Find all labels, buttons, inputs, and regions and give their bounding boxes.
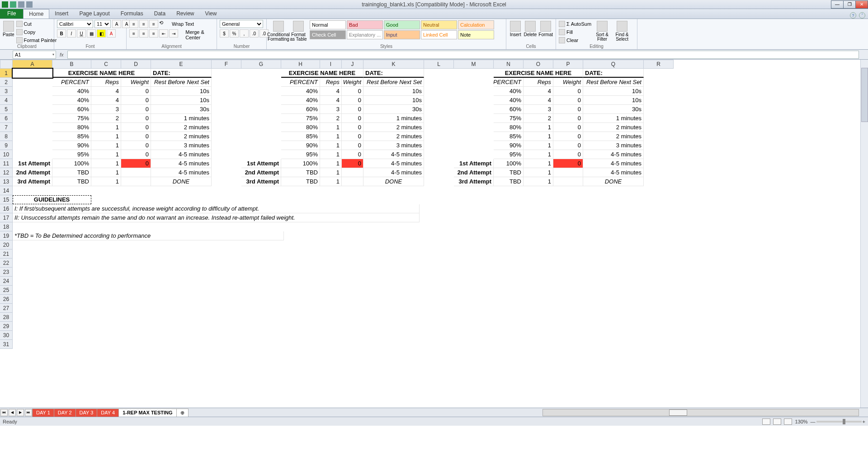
cell[interactable]: 1: [320, 123, 342, 132]
cell[interactable]: 2 minutes: [583, 123, 644, 132]
indent-inc[interactable]: ⇥: [169, 29, 178, 38]
cell[interactable]: 30s: [151, 105, 212, 114]
cell[interactable]: 1: [320, 159, 342, 168]
cell[interactable]: 1st Attempt: [454, 159, 494, 168]
cell[interactable]: II: Unsuccessful attempts remain the sam…: [13, 213, 420, 222]
style-check-cell[interactable]: Check Cell: [310, 30, 346, 39]
cell[interactable]: Weight: [342, 78, 363, 87]
column-header[interactable]: B: [52, 60, 91, 69]
cell[interactable]: DATE:: [363, 69, 424, 78]
cell[interactable]: 2nd Attempt: [13, 168, 52, 177]
cell[interactable]: [121, 168, 151, 177]
column-header[interactable]: L: [424, 60, 454, 69]
column-header[interactable]: O: [524, 60, 553, 69]
cell-styles-gallery[interactable]: NormalBadGoodNeutralCalculationCheck Cel…: [309, 20, 499, 40]
cell[interactable]: 80%: [281, 123, 320, 132]
cell[interactable]: 4-5 minutes: [151, 159, 212, 168]
conditional-formatting-button[interactable]: Conditional Formatting: [269, 20, 288, 42]
new-sheet-button[interactable]: ⊕: [176, 409, 189, 417]
cell[interactable]: Weight: [553, 78, 583, 87]
cell[interactable]: EXERCISE NAME HERE: [494, 69, 583, 78]
column-header[interactable]: M: [454, 60, 494, 69]
orientation-button[interactable]: ⟲: [159, 20, 163, 28]
cell[interactable]: *TBD = To Be Determined according to per…: [13, 231, 284, 240]
cell[interactable]: 0: [553, 114, 583, 123]
row-header[interactable]: 13: [0, 177, 13, 186]
font-size-select[interactable]: 11: [94, 20, 111, 28]
sheet-tab[interactable]: DAY 3: [75, 409, 98, 417]
tab-nav-first[interactable]: ⏮: [0, 409, 8, 416]
cell[interactable]: 2 minutes: [363, 132, 424, 141]
cell[interactable]: 85%: [281, 132, 320, 141]
cell[interactable]: 1: [91, 168, 121, 177]
row-header[interactable]: 26: [0, 295, 13, 304]
style-good[interactable]: Good: [384, 20, 420, 29]
cell[interactable]: 1: [91, 141, 121, 150]
close-button[interactable]: ✕: [855, 0, 868, 9]
cell[interactable]: 1st Attempt: [241, 159, 281, 168]
cell[interactable]: 4: [320, 96, 342, 105]
cell[interactable]: 1: [320, 177, 342, 186]
cell[interactable]: 0: [342, 96, 363, 105]
cell[interactable]: TBD: [52, 168, 91, 177]
help-icon[interactable]: ?: [850, 12, 856, 19]
autosum-button[interactable]: Σ AutoSum: [559, 20, 591, 28]
border-button[interactable]: ▦: [87, 29, 96, 38]
ribbon-tab-review[interactable]: Review: [171, 9, 199, 19]
row-header[interactable]: 23: [0, 268, 13, 277]
ribbon-min-icon[interactable]: ˄: [859, 12, 865, 19]
tab-nav-last[interactable]: ⏭: [25, 409, 32, 416]
sheet-tab[interactable]: DAY 2: [54, 409, 76, 417]
view-pagebreak[interactable]: [784, 418, 792, 425]
row-header[interactable]: 4: [0, 96, 13, 105]
cell[interactable]: TBD: [494, 168, 524, 177]
format-as-table-button[interactable]: Format as Table: [289, 20, 307, 42]
column-header[interactable]: H: [281, 60, 320, 69]
cell[interactable]: TBD: [281, 177, 320, 186]
style-calculation[interactable]: Calculation: [458, 20, 494, 29]
cell[interactable]: 30s: [363, 105, 424, 114]
cell[interactable]: 40%: [494, 96, 524, 105]
row-header[interactable]: 9: [0, 141, 13, 150]
currency-button[interactable]: $: [220, 29, 229, 38]
cell[interactable]: 95%: [494, 150, 524, 159]
cell[interactable]: 3: [91, 105, 121, 114]
cell[interactable]: 75%: [52, 114, 91, 123]
row-header[interactable]: 14: [0, 186, 13, 195]
row-header[interactable]: 29: [0, 322, 13, 331]
cell[interactable]: 100%: [281, 159, 320, 168]
cell[interactable]: 1: [524, 168, 553, 177]
column-header[interactable]: N: [494, 60, 524, 69]
cell[interactable]: 0: [553, 132, 583, 141]
row-header[interactable]: 21: [0, 249, 13, 258]
cell[interactable]: 4-5 minutes: [151, 150, 212, 159]
cell[interactable]: Reps: [91, 78, 121, 87]
cell[interactable]: Rest Before Next Set: [151, 78, 212, 87]
align-right[interactable]: ≡: [149, 29, 158, 38]
cell[interactable]: 1: [320, 168, 342, 177]
column-header[interactable]: Q: [583, 60, 644, 69]
cell[interactable]: DONE: [151, 177, 212, 186]
cell[interactable]: 1 minutes: [151, 114, 212, 123]
cell[interactable]: 90%: [281, 141, 320, 150]
cell[interactable]: 1: [91, 177, 121, 186]
cell[interactable]: 2: [320, 114, 342, 123]
row-header[interactable]: 30: [0, 331, 13, 340]
paste-button[interactable]: Paste: [3, 20, 14, 37]
cell[interactable]: 4-5 minutes: [363, 168, 424, 177]
horizontal-scrollbar[interactable]: [542, 409, 859, 416]
cell[interactable]: 1: [91, 159, 121, 168]
cell[interactable]: 1: [524, 141, 553, 150]
cell[interactable]: 0: [121, 114, 151, 123]
row-header[interactable]: 1: [0, 69, 13, 78]
cell[interactable]: 40%: [494, 87, 524, 96]
cell[interactable]: 1: [524, 159, 553, 168]
sheet-tab[interactable]: DAY 1: [32, 409, 54, 417]
row-header[interactable]: 28: [0, 313, 13, 322]
find-select-button[interactable]: Find & Select: [613, 20, 631, 42]
fill-button[interactable]: Fill: [559, 28, 591, 36]
style-linked-cell[interactable]: Linked Cell: [421, 30, 457, 39]
indent-dec[interactable]: ⇤: [159, 29, 168, 38]
cell[interactable]: 40%: [52, 87, 91, 96]
cell[interactable]: 95%: [281, 150, 320, 159]
